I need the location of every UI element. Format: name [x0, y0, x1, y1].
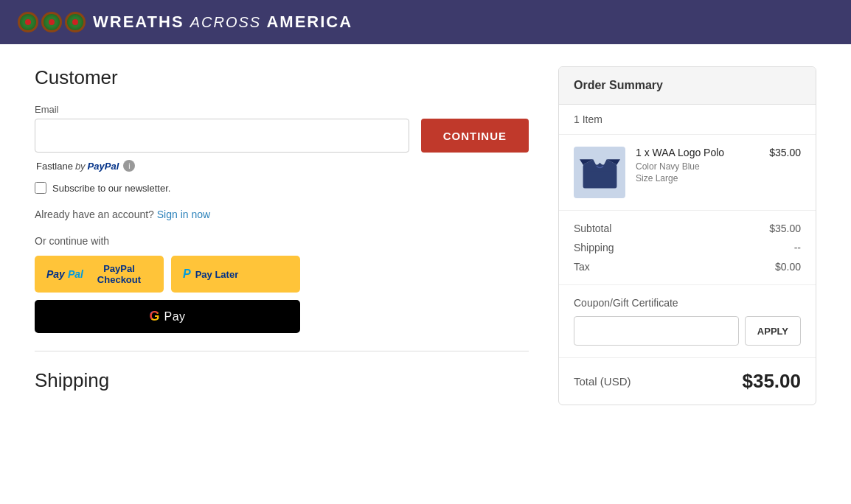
subtotal-row: Subtotal $35.00 — [574, 223, 801, 234]
fastlane-paypal: PayPal — [88, 161, 119, 172]
item-title: WAA Logo Polo — [653, 147, 725, 158]
logo-text: WREATHS across AMERICA — [93, 13, 352, 32]
grand-total-label: Total (USD) — [574, 375, 631, 388]
paylater-button[interactable]: P Pay Later — [171, 256, 300, 293]
grand-total-section: Total (USD) $35.00 — [559, 358, 816, 405]
paylater-pp-icon: P — [183, 267, 191, 281]
fastlane-label: Fastlane — [36, 161, 73, 172]
shipping-section-title: Shipping — [35, 369, 529, 392]
site-header: WREATHS across AMERICA — [0, 0, 851, 44]
gpay-button[interactable]: G Pay — [35, 300, 300, 333]
item-color: Color Navy Blue — [636, 161, 759, 172]
item-name: 1 x WAA Logo Polo — [636, 147, 759, 158]
order-item: 1 x WAA Logo Polo Color Navy Blue Size L… — [559, 135, 816, 211]
subtotal-value: $35.00 — [769, 223, 801, 234]
paypal-checkout-text: PayPal Checkout — [86, 263, 152, 285]
item-details: 1 x WAA Logo Polo Color Navy Blue Size L… — [636, 147, 759, 183]
or-continue-label: Or continue with — [35, 235, 529, 247]
info-icon[interactable]: i — [123, 160, 135, 172]
right-column: Order Summary 1 Item 1 x — [558, 66, 816, 405]
coupon-row: APPLY — [574, 316, 801, 346]
apply-button[interactable]: APPLY — [745, 316, 801, 346]
gpay-pay-text: Pay — [164, 310, 185, 323]
wreath-icon-3 — [65, 12, 86, 32]
newsletter-checkbox[interactable] — [35, 182, 46, 194]
totals-section: Subtotal $35.00 Shipping -- Tax $0.00 — [559, 211, 816, 285]
fastlane-logo: Fastlane by PayPal — [36, 161, 119, 172]
email-group: Email — [35, 104, 409, 153]
logo-container: WREATHS across AMERICA — [18, 12, 352, 32]
grand-total-amount: $35.00 — [742, 370, 801, 393]
wreath-dot-1 — [25, 19, 31, 25]
wreath-dot-2 — [49, 19, 55, 25]
shipping-value: -- — [794, 242, 801, 253]
sign-in-link[interactable]: Sign in now — [157, 209, 210, 220]
item-price: $35.00 — [769, 147, 801, 158]
account-prompt: Already have an account? — [35, 209, 154, 220]
email-label: Email — [35, 104, 409, 115]
section-divider — [35, 351, 529, 351]
payment-buttons: PayPal PayPal Checkout P Pay Later G Pay — [35, 256, 300, 333]
logo-wreaths-icons — [18, 12, 86, 32]
shipping-label: Shipping — [574, 242, 614, 253]
main-content: Customer Email CONTINUE Fastlane by PayP… — [20, 66, 831, 405]
order-summary-header: Order Summary — [559, 67, 816, 105]
tax-row: Tax $0.00 — [574, 261, 801, 273]
paypal-row: PayPal PayPal Checkout P Pay Later — [35, 256, 300, 293]
newsletter-row: Subscribe to our newsletter. — [35, 182, 529, 194]
coupon-label: Coupon/Gift Certificate — [574, 297, 801, 309]
items-count: 1 Item — [559, 105, 816, 135]
polo-shirt-svg — [580, 153, 620, 193]
paylater-text: Pay Later — [195, 269, 239, 280]
coupon-input[interactable] — [574, 316, 739, 346]
item-size: Size Large — [636, 173, 759, 183]
account-row: Already have an account? Sign in now — [35, 209, 529, 220]
fastlane-row: Fastlane by PayPal i — [35, 160, 529, 172]
wreath-icon-2 — [41, 12, 62, 32]
wreath-icon-1 — [18, 12, 38, 32]
tax-label: Tax — [574, 261, 590, 273]
google-g-icon: G — [149, 309, 159, 324]
continue-button[interactable]: CONTINUE — [421, 119, 529, 153]
item-image — [574, 147, 625, 198]
subtotal-label: Subtotal — [574, 223, 611, 234]
paypal-logo-sky: Pal — [68, 268, 83, 280]
shipping-row: Shipping -- — [574, 242, 801, 253]
item-quantity: 1 x — [636, 147, 653, 158]
newsletter-label: Subscribe to our newsletter. — [52, 183, 170, 194]
email-input[interactable] — [35, 119, 409, 153]
fastlane-by: by — [75, 161, 86, 172]
left-column: Customer Email CONTINUE Fastlane by PayP… — [35, 66, 529, 392]
paypal-checkout-button[interactable]: PayPal PayPal Checkout — [35, 256, 164, 293]
order-summary-box: Order Summary 1 Item 1 x — [558, 66, 816, 405]
paypal-logo-blue: Pay — [46, 268, 65, 280]
wreath-dot-3 — [72, 19, 78, 25]
customer-section-title: Customer — [35, 66, 529, 89]
coupon-section: Coupon/Gift Certificate APPLY — [559, 285, 816, 358]
email-form-row: Email CONTINUE — [35, 104, 529, 153]
tax-value: $0.00 — [775, 261, 801, 273]
